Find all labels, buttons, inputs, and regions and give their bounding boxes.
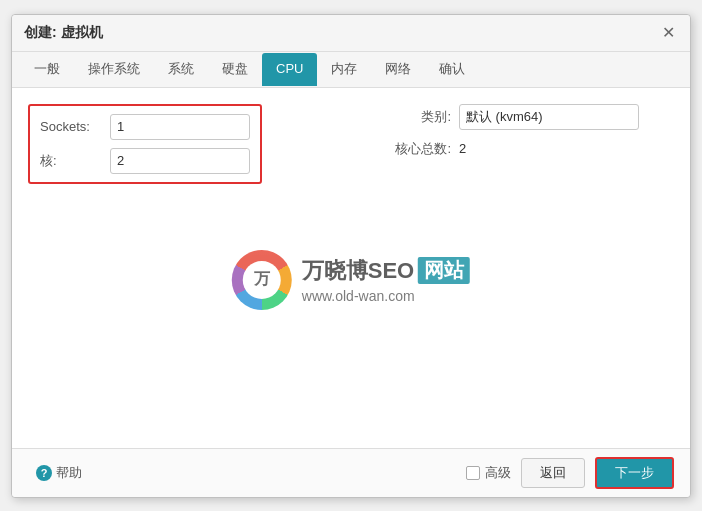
cores-input[interactable] [111, 149, 250, 173]
watermark-logo-char: 万 [254, 269, 270, 290]
cores-input-wrap: ▲ ▼ [110, 148, 250, 174]
tab-cpu[interactable]: CPU [262, 53, 317, 86]
dialog-footer: ? 帮助 高级 返回 下一步 [12, 448, 690, 497]
tab-memory[interactable]: 内存 [317, 52, 371, 88]
type-label: 类别: [371, 108, 451, 126]
watermark-title: 万晓博SEO 网站 [302, 256, 470, 286]
left-panel: Sockets: ▲ ▼ 核: [28, 104, 331, 184]
total-cores-label: 核心总数: [371, 140, 451, 158]
watermark-name: 万晓博SEO [302, 256, 414, 286]
tab-general[interactable]: 一般 [20, 52, 74, 88]
next-button[interactable]: 下一步 [595, 457, 674, 489]
type-row: 类别: ▼ [371, 104, 674, 130]
help-label: 帮助 [56, 464, 82, 482]
watermark-seo-badge: 网站 [418, 257, 470, 284]
dialog: 创建: 虚拟机 ✕ 一般 操作系统 系统 硬盘 CPU 内存 网络 确认 Soc… [11, 14, 691, 498]
watermark: 万 万晓博SEO 网站 www.old-wan.com [232, 250, 470, 310]
advanced-checkbox[interactable] [466, 466, 480, 480]
sockets-row: Sockets: ▲ ▼ [40, 114, 250, 140]
footer-left: ? 帮助 [28, 460, 90, 486]
tab-system[interactable]: 系统 [154, 52, 208, 88]
total-cores-row: 核心总数: 2 [371, 140, 674, 158]
tab-disk[interactable]: 硬盘 [208, 52, 262, 88]
help-icon: ? [36, 465, 52, 481]
tab-confirm[interactable]: 确认 [425, 52, 479, 88]
dialog-titlebar: 创建: 虚拟机 ✕ [12, 15, 690, 52]
tab-os[interactable]: 操作系统 [74, 52, 154, 88]
cores-label: 核: [40, 152, 110, 170]
dialog-title: 创建: 虚拟机 [24, 24, 103, 42]
type-select-wrap: ▼ [459, 104, 639, 130]
tab-network[interactable]: 网络 [371, 52, 425, 88]
advanced-wrap: 高级 [466, 464, 511, 482]
sockets-label: Sockets: [40, 119, 110, 134]
total-cores-value: 2 [459, 141, 466, 156]
cores-row: 核: ▲ ▼ [40, 148, 250, 174]
back-button[interactable]: 返回 [521, 458, 585, 488]
advanced-label: 高级 [485, 464, 511, 482]
cpu-field-group: Sockets: ▲ ▼ 核: [28, 104, 262, 184]
watermark-url: www.old-wan.com [302, 288, 470, 304]
close-button[interactable]: ✕ [658, 23, 678, 43]
dialog-body: Sockets: ▲ ▼ 核: [12, 88, 690, 448]
sockets-input[interactable] [111, 115, 250, 139]
form-section: Sockets: ▲ ▼ 核: [28, 104, 674, 184]
right-panel: 类别: ▼ 核心总数: 2 [371, 104, 674, 184]
watermark-text-block: 万晓博SEO 网站 www.old-wan.com [302, 256, 470, 304]
type-select[interactable] [460, 109, 639, 124]
sockets-input-wrap: ▲ ▼ [110, 114, 250, 140]
footer-right: 高级 返回 下一步 [466, 457, 674, 489]
tab-bar: 一般 操作系统 系统 硬盘 CPU 内存 网络 确认 [12, 52, 690, 88]
help-button[interactable]: ? 帮助 [28, 460, 90, 486]
watermark-logo: 万 [232, 250, 292, 310]
